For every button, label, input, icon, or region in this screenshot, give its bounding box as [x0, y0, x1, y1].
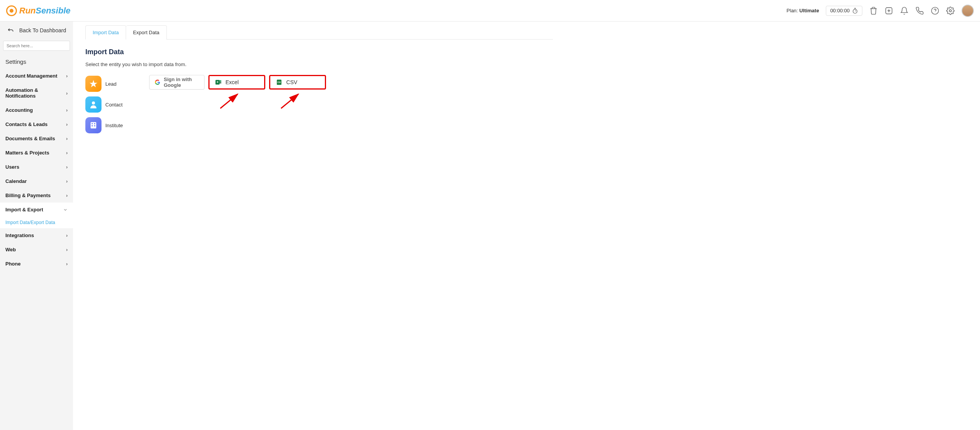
page-subtitle: Select the entity you wish to import dat…	[85, 61, 553, 67]
plan-value: Ultimate	[799, 8, 819, 13]
button-label: Sign in with Google	[164, 76, 199, 88]
nav-accounting[interactable]: Accounting›	[0, 103, 73, 117]
chevron-down-icon	[63, 208, 68, 212]
csv-button[interactable]: CSV CSV	[269, 75, 326, 90]
help-icon[interactable]	[931, 7, 939, 15]
csv-icon: CSV	[276, 79, 283, 86]
add-icon[interactable]	[885, 7, 893, 15]
stopwatch-icon	[852, 8, 858, 14]
nav-label: Users	[5, 164, 19, 170]
svg-line-17	[220, 94, 238, 108]
entity-institute[interactable]: Institute	[85, 116, 123, 134]
main-content: Import Data Export Data Import Data Sele…	[73, 22, 565, 430]
nav-label: Billing & Payments	[5, 193, 51, 198]
svg-rect-8	[92, 125, 93, 126]
chevron-right-icon: ›	[66, 232, 68, 238]
nav-label: Phone	[5, 261, 21, 267]
bell-icon[interactable]	[900, 7, 908, 15]
nav-label: Web	[5, 247, 16, 252]
nav-label: Import & Export	[5, 207, 43, 213]
google-signin-button[interactable]: Sign in with Google	[149, 75, 205, 90]
svg-text:CSV: CSV	[277, 81, 281, 83]
excel-button[interactable]: X Excel	[208, 75, 265, 90]
user-avatar[interactable]	[962, 5, 974, 17]
nav-phone[interactable]: Phone›	[0, 257, 73, 271]
entity-label: Lead	[105, 81, 116, 87]
nav-contacts-leads[interactable]: Contacts & Leads›	[0, 117, 73, 131]
page-title: Import Data	[85, 48, 553, 56]
tab-export-data[interactable]: Export Data	[126, 25, 167, 40]
back-to-dashboard[interactable]: Back To Dashboard	[0, 22, 73, 39]
entity-contact[interactable]: Contact	[85, 96, 123, 113]
nav-account-management[interactable]: Account Management›	[0, 69, 73, 83]
svg-rect-12	[220, 80, 221, 81]
chevron-right-icon: ›	[66, 193, 68, 198]
search-input[interactable]	[3, 41, 70, 51]
logo-text: RunSensible	[19, 6, 70, 16]
phone-icon[interactable]	[915, 7, 924, 15]
chevron-right-icon: ›	[66, 178, 68, 184]
tab-import-data[interactable]: Import Data	[85, 25, 126, 40]
svg-point-4	[92, 101, 95, 105]
gear-icon[interactable]	[946, 7, 955, 15]
search-box	[3, 41, 70, 51]
annotation-arrow-icon	[218, 91, 241, 110]
logo-icon	[6, 5, 17, 16]
svg-point-0	[853, 9, 857, 13]
nav-users[interactable]: Users›	[0, 160, 73, 174]
svg-rect-5	[91, 122, 97, 129]
nav-label: Calendar	[5, 178, 27, 184]
svg-rect-13	[220, 81, 221, 82]
nav-label: Account Management	[5, 73, 57, 79]
svg-point-2	[932, 7, 938, 14]
back-label: Back To Dashboard	[19, 27, 66, 33]
nav-web[interactable]: Web›	[0, 242, 73, 257]
entity-list: Lead Contact Institute	[85, 75, 123, 134]
chevron-right-icon: ›	[66, 164, 68, 170]
svg-rect-14	[220, 83, 221, 83]
plan-label: Plan:	[787, 8, 798, 13]
settings-title: Settings	[0, 55, 73, 69]
svg-rect-9	[94, 125, 95, 126]
nav-label: Documents & Emails	[5, 136, 55, 141]
entity-lead[interactable]: Lead	[85, 75, 123, 93]
chevron-right-icon: ›	[66, 136, 68, 141]
chevron-right-icon: ›	[66, 90, 68, 96]
plan-info: Plan: Ultimate	[787, 8, 819, 13]
entity-label: Contact	[105, 102, 123, 108]
nav-integrations[interactable]: Integrations›	[0, 228, 73, 242]
nav-matters-projects[interactable]: Matters & Projects›	[0, 146, 73, 160]
building-icon	[85, 117, 101, 133]
timer-widget[interactable]: 00:00:00	[826, 6, 862, 16]
sidebar: Back To Dashboard Settings Account Manag…	[0, 22, 73, 430]
logo-run: Run	[19, 6, 36, 15]
tabs: Import Data Export Data	[85, 25, 553, 40]
annotation-arrow-icon	[279, 91, 302, 110]
svg-line-18	[281, 94, 298, 108]
svg-rect-7	[94, 123, 95, 125]
person-icon	[85, 96, 101, 113]
nav-import-export[interactable]: Import & Export	[0, 203, 73, 217]
nav-calendar[interactable]: Calendar›	[0, 174, 73, 188]
nav-label: Automation & Notifications	[5, 87, 66, 99]
trash-icon[interactable]	[869, 7, 878, 15]
import-buttons: Sign in with Google X Excel CSV CSV	[149, 75, 326, 90]
chevron-right-icon: ›	[66, 247, 68, 252]
timer-value: 00:00:00	[830, 8, 850, 13]
chevron-right-icon: ›	[66, 150, 68, 156]
chevron-right-icon: ›	[66, 261, 68, 267]
nav-documents-emails[interactable]: Documents & Emails›	[0, 131, 73, 146]
svg-point-3	[949, 10, 952, 12]
chevron-right-icon: ›	[66, 73, 68, 79]
header-right: Plan: Ultimate 00:00:00	[787, 5, 974, 17]
svg-rect-6	[92, 123, 93, 125]
logo-sensible: Sensible	[36, 6, 70, 15]
logo[interactable]: RunSensible	[6, 5, 70, 16]
nav-label: Contacts & Leads	[5, 121, 48, 127]
svg-text:X: X	[216, 81, 218, 83]
nav-label: Integrations	[5, 232, 34, 238]
nav-import-export-data[interactable]: Import Data/Export Data	[0, 217, 73, 228]
nav-billing-payments[interactable]: Billing & Payments›	[0, 188, 73, 203]
google-icon	[155, 79, 160, 86]
nav-automation-notifications[interactable]: Automation & Notifications›	[0, 83, 73, 103]
